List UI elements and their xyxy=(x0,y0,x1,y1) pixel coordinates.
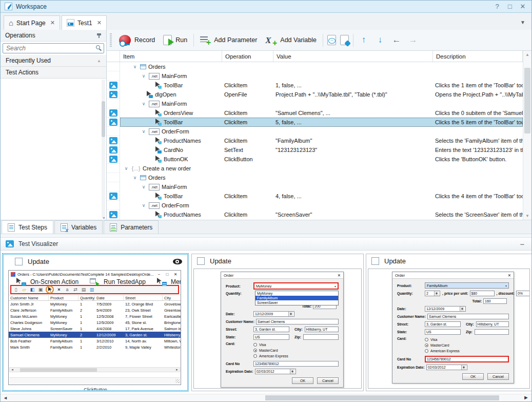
save-icon: ◧ xyxy=(29,288,35,292)
grid-cell-value xyxy=(273,173,433,182)
add-variable-label: Add Variable xyxy=(280,36,317,44)
app-table-row: Steve JohnsScreenSaver14/4/200817, Park … xyxy=(9,326,181,332)
scrollbar-thumb[interactable] xyxy=(265,395,499,400)
forward-button[interactable]: → xyxy=(407,35,419,45)
back-button[interactable]: ← xyxy=(390,35,403,45)
grid-row-dlgopen[interactable]: dlgOpenOpenFileProject.Path + "..\\MyTab… xyxy=(107,90,523,99)
column-value[interactable]: Value xyxy=(273,51,433,62)
sidebar-item-menu-action[interactable]: Menu Action xyxy=(152,276,181,288)
pin-icon[interactable] xyxy=(96,33,102,39)
add-variable-button[interactable]: X Add Variable xyxy=(263,34,319,46)
search-input[interactable] xyxy=(3,43,104,53)
grid-row-mainform[interactable]: ∨.netMainForm xyxy=(107,182,523,192)
visualizer-image-icon[interactable] xyxy=(109,109,117,117)
grid-row-orderform[interactable]: ∨.netOrderForm xyxy=(107,201,523,210)
tab-test1[interactable]: Test1 ✕ xyxy=(62,15,107,30)
grid-row-orders[interactable]: ∨Orders xyxy=(107,173,523,182)
toolbar-grip[interactable] xyxy=(110,33,112,47)
help-button[interactable]: ? xyxy=(492,3,502,10)
sidebar-scrollbar[interactable] xyxy=(102,80,105,219)
run-label: Run xyxy=(175,36,187,44)
grid-row-cardno[interactable]: CardNoSetText"123123123123"Enters the te… xyxy=(107,145,523,155)
visualizer-image-icon[interactable] xyxy=(109,91,117,98)
column-description[interactable]: Description xyxy=(433,51,523,62)
grid-row-orders[interactable]: ∨Orders xyxy=(107,62,523,71)
grid-row-toolbar[interactable]: ToolBarClickItem4, false, ...Clicks the … xyxy=(107,192,523,201)
grid-vertical-scrollbar[interactable]: ▲ ▼ xyxy=(523,51,531,220)
parameters-icon xyxy=(110,223,117,232)
expand-arrow-icon[interactable]: ∨ xyxy=(132,64,138,69)
record-button[interactable]: Record xyxy=(117,33,157,47)
comment-document-icon[interactable] xyxy=(327,35,336,45)
expand-arrow-icon[interactable]: ∨ xyxy=(123,166,129,171)
app-table-cell: 7, Flower Street xyxy=(124,314,163,319)
update-checkbox[interactable] xyxy=(15,258,23,265)
tab-test-steps[interactable]: Test Steps xyxy=(2,220,53,234)
scroll-right-icon[interactable]: ► xyxy=(523,394,529,400)
grid-row-orderform[interactable]: ∨.netOrderForm xyxy=(107,127,523,136)
preview-eye-icon[interactable] xyxy=(173,259,182,264)
scroll-down-icon[interactable]: ▼ xyxy=(102,216,106,220)
update-checkbox[interactable] xyxy=(371,257,379,265)
add-parameter-button[interactable]: Add Parameter xyxy=(198,34,259,46)
run-button[interactable]: Run xyxy=(161,33,189,47)
visualizer-frame-3[interactable]: Update Order✕Product:FamilyAlbum▾Quantit… xyxy=(366,254,532,391)
grid-row-mainform[interactable]: ∨.netMainForm xyxy=(107,99,523,108)
scroll-up-icon[interactable]: ▲ xyxy=(523,52,531,57)
add-variable-icon: X xyxy=(265,35,277,45)
visualizer-frame-1[interactable]: Update Orders - C:\Users\Public\Document… xyxy=(3,254,188,391)
visualizer-image-icon[interactable] xyxy=(109,146,117,154)
grid-cell-operation xyxy=(222,201,273,210)
move-down-button[interactable]: ↓ xyxy=(374,35,386,45)
grid-row-mainform[interactable]: ∨.netMainForm xyxy=(107,71,523,81)
column-item[interactable]: Item xyxy=(120,51,222,62)
sidebar-item-run-testedapp[interactable]: Run TestedApp xyxy=(85,276,146,288)
scroll-down-icon[interactable]: ▼ xyxy=(523,214,531,218)
net-icon: .net xyxy=(149,73,160,80)
minimize-visualizer-button[interactable]: − xyxy=(518,240,526,248)
visualizer-image-icon[interactable] xyxy=(109,211,117,218)
grid-row-toolbar[interactable]: ToolBarClickItem1, false, ...Clicks the … xyxy=(107,81,523,90)
grid-row-productnames[interactable]: ProductNamesClickItem"ScreenSaver"Select… xyxy=(107,210,523,219)
tab-variables[interactable]: Variables xyxy=(54,220,103,234)
dialog-field-value: Hillsberry, UT xyxy=(478,322,499,326)
visualizer-image-icon[interactable] xyxy=(109,82,117,89)
expand-arrow-icon[interactable]: ∨ xyxy=(141,73,147,79)
grid-row-toolbar[interactable]: ToolBarClickItem5, false, ...Clicks the … xyxy=(107,118,523,127)
tab-parameters[interactable]: Parameters xyxy=(104,220,159,234)
grid-row-create-a-new-order[interactable]: ∨{…}Create a new order xyxy=(107,164,523,173)
close-tab-icon[interactable]: ✕ xyxy=(97,20,102,26)
scroll-up-icon[interactable]: ▲ xyxy=(97,59,101,63)
group-test-actions[interactable]: Test Actions xyxy=(1,67,106,79)
scrollbar-thumb[interactable] xyxy=(524,68,530,133)
tag-document-icon[interactable] xyxy=(340,35,349,45)
visualizer-image-icon[interactable] xyxy=(109,137,117,144)
close-tab-icon[interactable]: ✕ xyxy=(50,20,55,26)
expand-arrow-icon[interactable]: ∨ xyxy=(141,101,147,106)
move-up-button[interactable]: ↑ xyxy=(358,35,370,45)
expand-arrow-icon[interactable]: ∨ xyxy=(132,175,138,180)
tab-overflow-chevron[interactable]: ▼ xyxy=(520,20,525,25)
visualizer-image-icon[interactable] xyxy=(109,193,117,200)
grid-row-ordersview[interactable]: OrdersViewClickItem"Samuel Clemens", ...… xyxy=(107,108,523,118)
scroll-left-icon[interactable]: ◄ xyxy=(3,395,8,400)
expand-arrow-icon[interactable]: ∨ xyxy=(141,203,147,208)
maximize-button[interactable]: □ xyxy=(505,3,515,10)
visualizer-frame-2[interactable]: Update Order✕Product:MyMoney▾MyMoneyFami… xyxy=(191,254,364,391)
grid-row-buttonok[interactable]: ButtonOKClickButtonClicks the 'ButtonOK'… xyxy=(107,155,523,164)
app-table-row: Bob FeatherFamilyAlbum13/12/201014, Nort… xyxy=(9,338,181,344)
visualizer-image-icon[interactable] xyxy=(109,119,117,126)
expand-arrow-icon[interactable]: ∨ xyxy=(141,184,147,189)
expand-arrow-icon[interactable]: ∨ xyxy=(141,129,147,134)
group-frequently-used[interactable]: Frequently Used ▲ xyxy=(1,55,106,67)
home-icon: ⌂ xyxy=(9,20,13,26)
column-operation[interactable]: Operation xyxy=(222,51,273,62)
tab-start-page[interactable]: ⌂ Start Page ✕ xyxy=(4,15,60,30)
grid-cell-value xyxy=(273,99,433,108)
grid-cell-operation: ClickButton xyxy=(222,155,273,164)
visualizer-hscrollbar[interactable]: ◄ ► xyxy=(1,394,531,401)
close-button[interactable]: ✕ xyxy=(518,3,527,10)
visualizer-image-icon[interactable] xyxy=(109,156,117,163)
update-checkbox[interactable] xyxy=(197,257,205,265)
grid-row-productnames[interactable]: ProductNamesClickItem"FamilyAlbum"Select… xyxy=(107,136,523,145)
